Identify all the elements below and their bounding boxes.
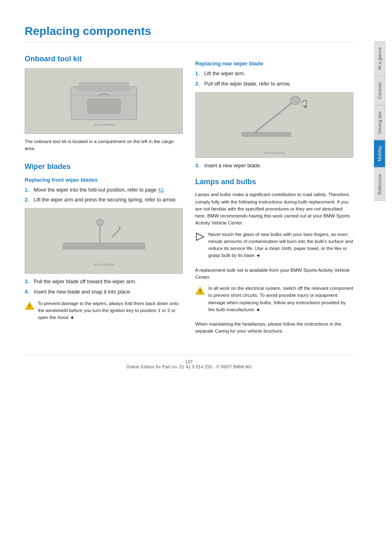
warning-icon-2: ! bbox=[195, 286, 205, 296]
svg-marker-16 bbox=[196, 233, 204, 240]
front-wiper-steps: 1. Move the wiper into the fold-out posi… bbox=[25, 186, 183, 204]
warning-triangle-icon-2: ! bbox=[195, 286, 205, 295]
lamps-bulbs-notice1: Never touch the glass of new bulbs with … bbox=[195, 231, 353, 263]
tab-controls[interactable]: Controls bbox=[374, 76, 385, 105]
rear-wiper-heading: Replacing rear wiper blade bbox=[195, 60, 353, 67]
front-wiper-heading: Replacing front wiper blades bbox=[25, 177, 183, 183]
tab-reference[interactable]: Reference bbox=[374, 168, 385, 201]
lamps-bulbs-notice1-text: Never touch the glass of new bulbs with … bbox=[208, 231, 353, 259]
svg-text:!: ! bbox=[29, 304, 30, 310]
play-triangle-icon bbox=[196, 232, 205, 241]
svg-rect-3 bbox=[88, 99, 120, 113]
page-title: Replacing components bbox=[25, 25, 353, 42]
front-wiper-steps-2: 3. Pull the wiper blade off toward the w… bbox=[25, 278, 183, 296]
svg-text:WvCarcf5dAw: WvCarcf5dAw bbox=[93, 123, 114, 127]
lamps-bulbs-warning2: ! In all work on the electrical system, … bbox=[195, 285, 353, 317]
front-wiper-warning: ! To prevent damage to the wipers, alway… bbox=[25, 300, 183, 325]
onboard-tool-kit-image: WvCarcf5dAw bbox=[25, 68, 183, 134]
main-content: Replacing components Onboard tool kit bbox=[0, 0, 370, 555]
footer-text: Online Edition for Part no. 01 41 0 014 … bbox=[126, 364, 251, 369]
page-number: 107 bbox=[185, 359, 193, 364]
tab-at-a-glance[interactable]: At a glance bbox=[374, 41, 385, 76]
tab-mobility[interactable]: Mobility bbox=[374, 140, 385, 167]
svg-line-11 bbox=[254, 100, 295, 133]
rear-wiper-step-2: 2. Pull off the wiper blade, refer to ar… bbox=[195, 80, 353, 88]
warning-triangle-icon: ! bbox=[25, 301, 35, 310]
front-wiper-step-1: 1. Move the wiper into the fold-out posi… bbox=[25, 186, 183, 194]
page-footer: 107 Online Edition for Part no. 01 41 0 … bbox=[25, 355, 353, 369]
rear-wiper-step-3: 3. Insert a new wiper blade. bbox=[195, 162, 353, 170]
front-wiper-warning-text: To prevent damage to the wipers, always … bbox=[38, 300, 183, 321]
warning-icon: ! bbox=[25, 301, 35, 311]
onboard-tool-kit-body: The onboard tool kit is located in a com… bbox=[25, 138, 183, 153]
front-wiper-step-2: 2. Lift the wiper arm and press the secu… bbox=[25, 196, 183, 204]
sidebar-tabs: At a glance Controls Driving tips Mobili… bbox=[370, 0, 385, 555]
svg-rect-1 bbox=[79, 83, 129, 91]
page-42-link[interactable]: 42 bbox=[158, 187, 164, 193]
right-column: Replacing rear wiper blade 1. Lift the w… bbox=[195, 55, 353, 338]
svg-point-12 bbox=[290, 96, 300, 104]
front-wiper-step-3: 3. Pull the wiper blade off toward the w… bbox=[25, 278, 183, 286]
rear-wiper-step-1: 1. Lift the wiper arm. bbox=[195, 70, 353, 78]
lamps-bulbs-warning2-text: In all work on the electrical system, sw… bbox=[208, 285, 353, 313]
svg-text:!: ! bbox=[199, 289, 201, 294]
info-play-icon bbox=[195, 232, 205, 242]
svg-point-7 bbox=[97, 219, 103, 226]
onboard-tool-kit-heading: Onboard tool kit bbox=[25, 55, 183, 63]
tab-driving-tips[interactable]: Driving tips bbox=[374, 105, 385, 140]
lamps-bulbs-body3: When maintaining the headlamps, please f… bbox=[195, 321, 353, 335]
rear-wiper-steps: 1. Lift the wiper arm. 2. Pull off the w… bbox=[195, 70, 353, 88]
rear-wiper-image: WvC1z1Sz4M bbox=[195, 92, 353, 158]
front-wiper-image: WvCarcf5dAw bbox=[25, 208, 183, 274]
svg-rect-13 bbox=[242, 132, 291, 136]
wiper-blades-heading: Wiper blades bbox=[25, 162, 183, 171]
front-wiper-step-4: 4. Insert the new blade and snap it into… bbox=[25, 288, 183, 296]
lamps-bulbs-heading: Lamps and bulbs bbox=[195, 178, 353, 186]
svg-rect-5 bbox=[63, 243, 145, 249]
page-wrapper: Replacing components Onboard tool kit bbox=[0, 0, 392, 555]
svg-text:WvC1z1Sz4M: WvC1z1Sz4M bbox=[264, 151, 285, 155]
two-col-layout: Onboard tool kit WvCarcf5dAw The onboa bbox=[25, 55, 353, 338]
svg-text:WvCarcf5dAw: WvCarcf5dAw bbox=[93, 263, 114, 266]
svg-marker-14 bbox=[302, 105, 307, 109]
rear-wiper-steps-2: 3. Insert a new wiper blade. bbox=[195, 162, 353, 170]
lamps-bulbs-body1: Lamps and bulbs make a significant contr… bbox=[195, 191, 353, 227]
left-column: Onboard tool kit WvCarcf5dAw The onboa bbox=[25, 55, 183, 338]
lamps-bulbs-body2: A replacement bulb set is available from… bbox=[195, 267, 353, 281]
